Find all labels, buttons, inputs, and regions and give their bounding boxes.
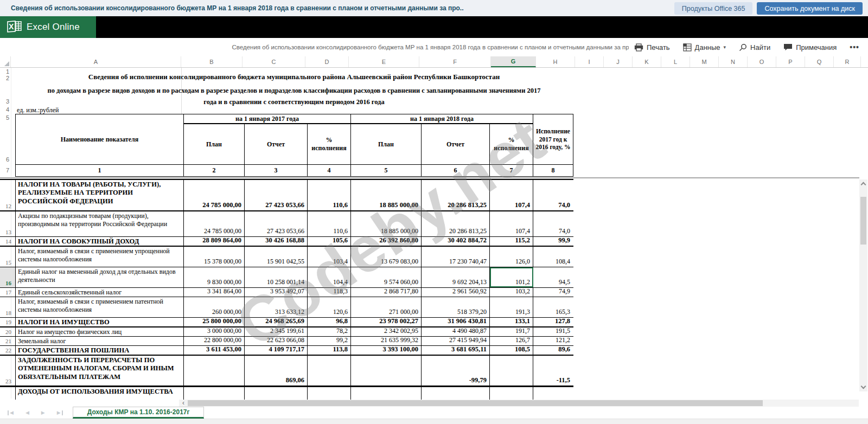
cell-exec[interactable]: [533, 387, 573, 400]
cell-plan-2018[interactable]: 271 000,00: [351, 297, 422, 317]
cell-pct-2017[interactable]: 78,2: [308, 327, 351, 336]
cell-report-2018[interactable]: 31 906 430,81: [422, 318, 490, 326]
find-button[interactable]: Найти: [739, 43, 770, 52]
column-header[interactable]: H: [536, 56, 575, 67]
row-header[interactable]: 14: [0, 237, 15, 246]
cell-pct-2017[interactable]: 120,6: [308, 297, 351, 317]
cell-name[interactable]: ГОСУДАРСТВЕННАЯ ПОШЛИНА: [16, 346, 184, 355]
row-header[interactable]: 5: [0, 114, 9, 121]
cell-pct-2018[interactable]: 108,5: [490, 346, 533, 355]
cell-report-2017[interactable]: [245, 387, 308, 400]
column-header[interactable]: G: [491, 56, 536, 67]
comments-button[interactable]: Примечания: [783, 43, 837, 52]
row-header[interactable]: 13: [0, 211, 15, 236]
cell-plan-2017[interactable]: 3 000 000,00: [184, 327, 245, 336]
vertical-scrollbar[interactable]: [859, 179, 867, 391]
cell-name[interactable]: Единый сельскохозяйственный налог: [16, 288, 184, 297]
cell-name[interactable]: Налог, взимаемый в связи с применением у…: [16, 247, 184, 267]
first-sheet-icon[interactable]: ◀: [8, 410, 14, 415]
column-header[interactable]: I: [575, 56, 604, 67]
column-header[interactable]: K: [633, 56, 661, 67]
row-header[interactable]: 20: [0, 327, 15, 336]
row-header[interactable]: 16: [0, 267, 15, 287]
row-header[interactable]: 6: [0, 156, 9, 163]
colnum-7[interactable]: 7: [490, 165, 533, 176]
cell-exec[interactable]: 127,8: [533, 318, 573, 326]
office-products-button[interactable]: Продукты Office 365: [674, 2, 753, 15]
cell-plan-2018[interactable]: 2 868 717,80: [351, 288, 422, 297]
cell-report-2017[interactable]: 2 345 199,61: [245, 327, 308, 336]
row-header[interactable]: 3: [0, 98, 9, 105]
row-header[interactable]: 17: [0, 288, 15, 297]
select-all-corner[interactable]: [0, 56, 11, 67]
row-header[interactable]: 19: [0, 318, 15, 326]
cell-report-2017[interactable]: 22 623 066,08: [245, 337, 308, 345]
cell-name[interactable]: НАЛОГИ НА СОВОКУПНЫЙ ДОХОД: [16, 237, 184, 246]
cell-plan-2017[interactable]: 24 785 000,00: [184, 211, 245, 236]
cell-report-2018[interactable]: 27 415 949,94: [422, 337, 490, 345]
cell-name[interactable]: Налог на имущество физических лиц: [16, 327, 184, 336]
horizontal-scrollbar[interactable]: ‹: [179, 400, 859, 407]
cell-exec[interactable]: 74,0: [533, 180, 573, 210]
cell-pct-2017[interactable]: [308, 387, 351, 400]
column-header[interactable]: N: [719, 56, 748, 67]
cell-report-2018[interactable]: 20 286 813,25: [422, 180, 490, 210]
cell-pct-2017[interactable]: 110,6: [308, 211, 351, 236]
cell-name[interactable]: Единый налог на вмененный доход для отде…: [16, 267, 184, 287]
cell-pct-2017[interactable]: 110,6: [308, 180, 351, 210]
cell-pct-2017[interactable]: 104,4: [308, 267, 351, 287]
colnum-5[interactable]: 5: [351, 165, 422, 176]
cell-report-2017[interactable]: 27 423 053,66: [245, 211, 308, 236]
cell-exec[interactable]: 165,3: [533, 297, 573, 317]
next-sheet-icon[interactable]: ▶: [41, 410, 45, 415]
cell-pct-2017[interactable]: 118,3: [308, 288, 351, 297]
cell-report-2018[interactable]: 3 681 695,11: [422, 346, 490, 355]
column-header[interactable]: L: [661, 56, 690, 67]
cell-exec[interactable]: 99,9: [533, 237, 573, 246]
column-header[interactable]: R: [834, 56, 861, 67]
cell-exec[interactable]: 191,5: [533, 327, 573, 336]
column-header[interactable]: J: [604, 56, 633, 67]
cell-plan-2018[interactable]: 2 342 002,95: [351, 327, 422, 336]
cell-report-2018[interactable]: 17 230 740,47: [422, 247, 490, 267]
cell-name[interactable]: Акцизы по подакцизным товарам (продукции…: [16, 211, 184, 236]
cell-report-2017[interactable]: 313 633,12: [245, 297, 308, 317]
cell-report-2018[interactable]: 518 379,20: [422, 297, 490, 317]
cell-name[interactable]: Налог, взимаемый в связи с применением п…: [16, 297, 184, 317]
colnum-3[interactable]: 3: [245, 165, 308, 176]
cell-report-2018[interactable]: 9 692 204,13: [422, 267, 490, 287]
colnum-8[interactable]: 8: [533, 165, 573, 176]
cell-pct-2018[interactable]: [490, 356, 533, 386]
cell-pct-2018[interactable]: 107,4: [490, 211, 533, 236]
cell-pct-2018[interactable]: 101,2: [490, 267, 533, 287]
cell-plan-2017[interactable]: 24 785 000,00: [184, 180, 245, 210]
cell-exec[interactable]: 108,4: [533, 247, 573, 267]
cell-plan-2018[interactable]: 13 679 083,00: [351, 247, 422, 267]
cell-plan-2018[interactable]: 23 978 002,27: [351, 318, 422, 326]
cell-name[interactable]: ЗАДОЛЖЕННОСТЬ И ПЕРЕРАСЧЕТЫ ПО ОТМЕНЕННЫ…: [16, 356, 184, 386]
column-header[interactable]: D: [305, 56, 349, 67]
header-group-2017[interactable]: на 1 января 2017 года: [184, 114, 351, 124]
cell-pct-2017[interactable]: [308, 356, 351, 386]
excel-online-brand[interactable]: X Excel Online: [0, 16, 96, 38]
cell-plan-2018[interactable]: 18 885 000,00: [351, 180, 422, 210]
cell-plan-2018[interactable]: 3 393 100,00: [351, 346, 422, 355]
save-document-button[interactable]: Сохранить документ на диск: [757, 2, 863, 15]
cell-exec[interactable]: 74,0: [533, 211, 573, 236]
data-menu-button[interactable]: Данные ▾: [683, 43, 726, 52]
header-plan-2018[interactable]: План: [351, 124, 422, 165]
column-header[interactable]: C: [242, 56, 305, 67]
cell-pct-2017[interactable]: 99,2: [308, 337, 351, 345]
row-header[interactable]: 18: [0, 297, 15, 317]
cell-name[interactable]: НАЛОГИ НА ТОВАРЫ (РАБОТЫ, УСЛУГИ), РЕАЛИ…: [16, 180, 184, 210]
row-header[interactable]: 4: [0, 106, 9, 113]
cell-pct-2018[interactable]: 107,4: [490, 180, 533, 210]
column-header[interactable]: Q: [805, 56, 834, 67]
header-exec-col[interactable]: Исполнение 2017 год к 2016 году, %: [533, 114, 573, 165]
print-button[interactable]: Печать: [634, 43, 670, 52]
cell-pct-2018[interactable]: [490, 387, 533, 400]
header-report-2017[interactable]: Отчет: [245, 124, 308, 165]
cell-plan-2017[interactable]: 22 800 000,00: [184, 337, 245, 345]
cell-report-2018[interactable]: 20 286 813,25: [422, 211, 490, 236]
freeze-pane-divider[interactable]: [0, 177, 859, 178]
